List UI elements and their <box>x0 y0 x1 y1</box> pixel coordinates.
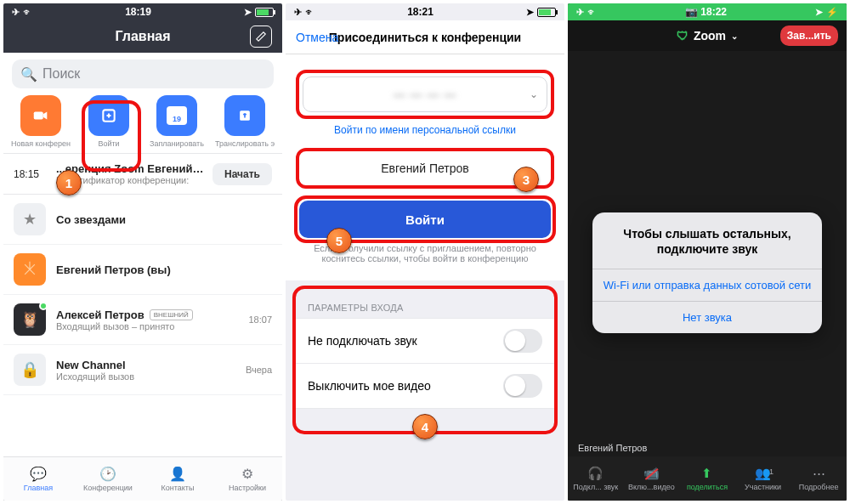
battery-icon <box>255 8 274 17</box>
status-bar: ✈ᯤ 📷 18:22 ➤⚡ <box>568 3 847 20</box>
share-up-icon <box>224 95 265 136</box>
list-item[interactable]: 🦉 Алексей ПетровВНЕШНИЙ Входящий вызов –… <box>3 295 282 345</box>
external-badge: ВНЕШНИЙ <box>150 309 193 320</box>
toolbar-audio[interactable]: 🎧Подкл... звук <box>568 456 624 501</box>
highlight-2: — — — — ⌄ <box>296 70 554 119</box>
chevron-down-icon: ⌄ <box>731 31 738 41</box>
name-field[interactable]: Евгений Петров <box>301 153 549 184</box>
action-new-meeting[interactable]: Новая конференция <box>10 95 71 148</box>
wifi-icon: ᯤ <box>305 7 314 17</box>
airplane-icon: ✈ <box>294 7 302 18</box>
tab-home[interactable]: 💬Главная <box>3 457 73 501</box>
page-title: Присоединиться к конференции <box>329 31 521 44</box>
step-badge-4: 4 <box>412 414 438 439</box>
wifi-icon: ᯤ <box>587 7 597 17</box>
status-bar: ✈ᯤ 18:21 ➤ <box>286 3 564 20</box>
personal-link[interactable]: Войти по имени персональной ссылки <box>286 124 564 136</box>
tab-bar: 💬Главная 🕑Конференции 👤Контакты ⚙Настрой… <box>3 456 282 501</box>
toolbar-more[interactable]: ⋯Подробнее <box>790 456 847 501</box>
location-icon: ➤ <box>815 7 823 18</box>
contacts-icon: 👤 <box>169 466 186 482</box>
compose-button[interactable] <box>250 25 272 48</box>
end-call-button[interactable]: Зав...ить <box>780 25 838 46</box>
start-button[interactable]: Начать <box>212 163 272 185</box>
highlight-1 <box>82 100 141 172</box>
header: Главная <box>3 20 282 53</box>
search-input[interactable]: 🔍 Поиск <box>12 59 274 88</box>
toolbar-participants[interactable]: 👥1Участники <box>735 456 791 501</box>
audio-alert: Чтобы слышать остальных, подключите звук… <box>592 212 822 333</box>
tab-settings[interactable]: ⚙Настройки <box>212 457 282 501</box>
section-header: ПАРАМЕТРЫ ВХОДА <box>296 289 554 318</box>
calendar-icon: 19 <box>156 95 197 136</box>
star-icon: ★ <box>14 203 46 235</box>
meeting-time: 18:15 <box>14 168 48 180</box>
upcoming-meeting[interactable]: 18:15 ...еренция Zoom Евгений Пе... Иден… <box>3 154 282 194</box>
share-icon: ⬆ <box>701 466 712 481</box>
list-item[interactable]: 🔒 New Channel Исходящий вызов Вчера <box>3 345 282 395</box>
cancel-button[interactable]: Отмена <box>296 31 338 44</box>
toolbar-share[interactable]: ⬆поделиться <box>679 456 735 501</box>
chevron-down-icon[interactable]: ⌄ <box>530 88 538 100</box>
step-badge-5: 5 <box>326 228 352 253</box>
location-icon: ➤ <box>244 7 252 18</box>
option-no-video: Выключить мое видео <box>296 363 554 409</box>
step-badge-1: 1 <box>56 170 82 195</box>
call-header: 🛡 Zoom ⌄ Зав...ить <box>568 20 847 51</box>
page-title: Главная <box>115 29 170 44</box>
meeting-id-field[interactable]: — — — — ⌄ <box>303 76 547 112</box>
switch-no-video[interactable] <box>503 374 542 398</box>
alert-option-no-audio[interactable]: Нет звука <box>592 301 822 333</box>
participants-count: 1 <box>769 467 774 476</box>
status-time: 18:21 <box>314 6 526 18</box>
action-share[interactable]: Транслировать э... <box>214 95 275 148</box>
list-item[interactable]: Евгений Петров (вы) <box>3 245 282 295</box>
participant-name: Евгений Петров <box>578 443 647 453</box>
svg-rect-0 <box>34 111 43 119</box>
alert-message: Чтобы слышать остальных, подключите звук <box>592 212 822 269</box>
airplane-icon: ✈ <box>12 7 20 18</box>
gear-icon: ⚙ <box>241 466 253 482</box>
call-body: Чтобы слышать остальных, подключите звук… <box>568 51 847 501</box>
status-time: 18:22 <box>700 6 727 18</box>
shield-icon: 🛡 <box>677 29 688 42</box>
wifi-icon: ᯤ <box>23 7 32 17</box>
lock-icon: 🔒 <box>14 354 46 386</box>
action-schedule[interactable]: 19 Запланировать <box>146 95 207 148</box>
alert-option-wifi[interactable]: Wi-Fi или отправка данных сотовой сети <box>592 269 822 301</box>
brand[interactable]: 🛡 Zoom ⌄ <box>677 29 738 42</box>
header: Отмена Присоединиться к конференции <box>286 20 564 54</box>
camera-icon <box>20 95 61 136</box>
phone-in-call: ✈ᯤ 📷 18:22 ➤⚡ 🛡 Zoom ⌄ Зав...ить Чтобы с… <box>568 3 847 501</box>
help-text: Если ... олучили ссылку с приглашением, … <box>286 243 564 272</box>
highlight-4: ПАРАМЕТРЫ ВХОДА Не подключать звук Выклю… <box>292 286 558 434</box>
avatar <box>14 253 46 286</box>
status-bar: ✈ᯤ 18:19 ➤ <box>3 3 282 20</box>
tab-contacts[interactable]: 👤Контакты <box>143 457 212 501</box>
video-off-icon: 📹 <box>643 466 660 481</box>
phone-home: ✈ᯤ 18:19 ➤ Главная 🔍 Поиск Новая конфере… <box>3 3 282 501</box>
step-badge-3: 3 <box>513 167 539 192</box>
search-placeholder: Поиск <box>42 66 80 82</box>
more-icon: ⋯ <box>813 466 825 481</box>
clock-icon: 🕑 <box>99 466 116 482</box>
chat-list: ★ Со звездами Евгений Петров (вы) 🦉 Алек… <box>3 195 282 456</box>
chat-icon: 💬 <box>30 466 47 482</box>
phone-join: ✈ᯤ 18:21 ➤ Отмена Присоединиться к конфе… <box>286 3 564 501</box>
toolbar-video[interactable]: 📹Вклю...видео <box>624 456 680 501</box>
headphones-icon: 🎧 <box>587 466 604 481</box>
avatar: 🦉 <box>14 303 46 336</box>
bolt-icon: ⚡ <box>826 7 838 18</box>
option-no-audio: Не подключать звук <box>296 318 554 363</box>
status-time: 18:19 <box>32 6 244 18</box>
location-icon: ➤ <box>526 7 534 18</box>
airplane-icon: ✈ <box>576 7 584 18</box>
list-item[interactable]: ★ Со звездами <box>3 195 282 245</box>
quick-actions: Новая конференция Войти 19 Запланировать… <box>3 95 282 153</box>
battery-icon <box>537 8 556 17</box>
switch-no-audio[interactable] <box>503 329 542 353</box>
tab-meetings[interactable]: 🕑Конференции <box>73 457 143 501</box>
call-toolbar: 🎧Подкл... звук 📹Вклю...видео ⬆поделиться… <box>568 456 847 501</box>
home-body: 🔍 Поиск Новая конференция Войти 19 Запла… <box>3 53 282 501</box>
camera-indicator-icon: 📷 <box>685 6 700 18</box>
